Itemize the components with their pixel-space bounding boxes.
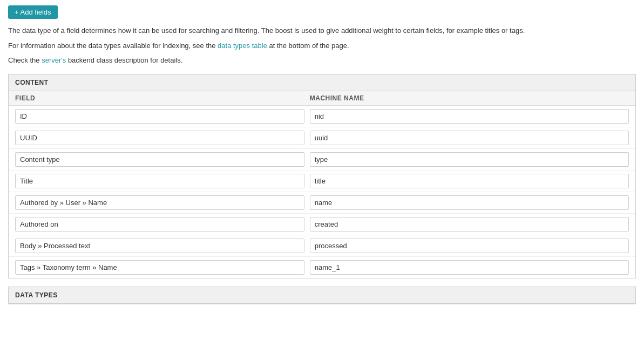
- table-row: [9, 214, 635, 235]
- machine-name-input[interactable]: [310, 131, 629, 145]
- field-cell: [15, 195, 310, 210]
- machine-name-input[interactable]: [310, 260, 629, 275]
- data-types-link[interactable]: data types table: [218, 42, 267, 50]
- field-cell: [15, 239, 310, 253]
- description-line2-prefix: For information about the data types ava…: [8, 42, 218, 50]
- machine-name-cell: [310, 152, 629, 167]
- description-line3-prefix: Check the: [8, 56, 42, 64]
- data-types-header: DATA TYPES: [9, 287, 635, 304]
- data-types-section: DATA TYPES: [8, 287, 636, 304]
- table-row: [9, 192, 635, 214]
- column-machine-header: MACHINE NAME: [310, 94, 629, 102]
- table-row: [9, 127, 635, 149]
- description-line1: The data type of a field determines how …: [8, 25, 636, 36]
- machine-name-cell: [310, 131, 629, 145]
- description-line2-suffix: at the bottom of the page.: [267, 42, 349, 50]
- field-cell: [15, 217, 310, 232]
- table-row: [9, 235, 635, 257]
- table-header: FIELD MACHINE NAME: [9, 91, 635, 106]
- machine-name-input[interactable]: [310, 109, 629, 124]
- field-cell: [15, 260, 310, 275]
- field-cell: [15, 131, 310, 145]
- field-input[interactable]: [15, 239, 304, 253]
- field-input[interactable]: [15, 131, 304, 145]
- field-cell: [15, 152, 310, 167]
- add-fields-button[interactable]: Add fields: [8, 5, 58, 19]
- machine-name-input[interactable]: [310, 174, 629, 188]
- machine-name-input[interactable]: [310, 152, 629, 167]
- machine-name-cell: [310, 217, 629, 232]
- field-input[interactable]: [15, 109, 304, 124]
- description-line3-suffix: backend class description for details.: [66, 56, 182, 64]
- machine-name-input[interactable]: [310, 239, 629, 253]
- machine-name-cell: [310, 109, 629, 124]
- machine-name-input[interactable]: [310, 195, 629, 210]
- field-input[interactable]: [15, 174, 304, 188]
- field-input[interactable]: [15, 152, 304, 167]
- table-row: [9, 257, 635, 278]
- content-section: CONTENT FIELD MACHINE NAME: [8, 74, 636, 278]
- server-link[interactable]: server's: [42, 56, 66, 64]
- field-input[interactable]: [15, 260, 304, 275]
- machine-name-cell: [310, 195, 629, 210]
- field-input[interactable]: [15, 217, 304, 232]
- table-row: [9, 106, 635, 127]
- description-line2: For information about the data types ava…: [8, 40, 636, 51]
- field-input[interactable]: [15, 195, 304, 210]
- content-section-header: CONTENT: [9, 74, 635, 91]
- machine-name-cell: [310, 260, 629, 275]
- column-field-header: FIELD: [15, 94, 310, 102]
- table-rows-container: [9, 106, 635, 278]
- table-row: [9, 149, 635, 171]
- table-row: [9, 171, 635, 192]
- description-line3: Check the server's backend class descrip…: [8, 55, 636, 66]
- machine-name-input[interactable]: [310, 217, 629, 232]
- machine-name-cell: [310, 239, 629, 253]
- machine-name-cell: [310, 174, 629, 188]
- field-cell: [15, 109, 310, 124]
- field-cell: [15, 174, 310, 188]
